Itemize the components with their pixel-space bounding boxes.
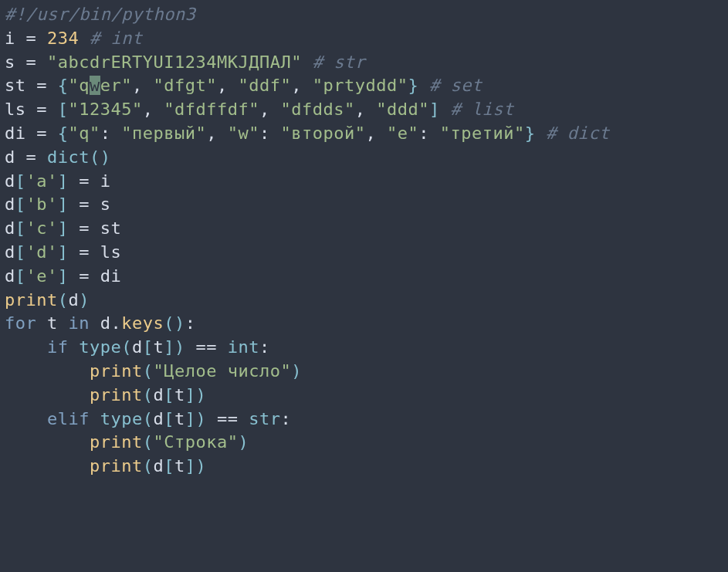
code-line: elif type(d[t]) == str: bbox=[5, 408, 723, 432]
code-line: ls = ["12345", "dfdffdf", "dfdds", "ddd"… bbox=[5, 98, 723, 122]
code-editor[interactable]: #!/usr/bin/python3 i = 234 # int s = "ab… bbox=[5, 3, 723, 479]
code-line: di = {"q": "первый", "w": "второй", "e":… bbox=[5, 122, 723, 146]
code-line: s = "abcdrERTYUI1234MKJДПАЛ" # str bbox=[5, 51, 723, 75]
text-cursor: w bbox=[90, 76, 100, 95]
code-line: d['d'] = ls bbox=[5, 241, 723, 265]
code-line: d['b'] = s bbox=[5, 193, 723, 217]
code-line: if type(d[t]) == int: bbox=[5, 336, 723, 360]
code-line: print("Строка") bbox=[5, 431, 723, 455]
code-line: print(d) bbox=[5, 289, 723, 313]
code-line: st = {"qwer", "dfgt", "ddf", "prtyddd"} … bbox=[5, 74, 723, 98]
shebang: #!/usr/bin/python3 bbox=[5, 5, 195, 24]
code-line: d['e'] = di bbox=[5, 265, 723, 289]
code-line: print(d[t]) bbox=[5, 455, 723, 479]
code-line: print("Целое число") bbox=[5, 360, 723, 384]
code-line: d['a'] = i bbox=[5, 170, 723, 194]
code-line: print(d[t]) bbox=[5, 384, 723, 408]
code-line: i = 234 # int bbox=[5, 27, 723, 51]
code-line: #!/usr/bin/python3 bbox=[5, 3, 723, 27]
code-line: d = dict() bbox=[5, 146, 723, 170]
code-line: d['c'] = st bbox=[5, 217, 723, 241]
code-line: for t in d.keys(): bbox=[5, 312, 723, 336]
